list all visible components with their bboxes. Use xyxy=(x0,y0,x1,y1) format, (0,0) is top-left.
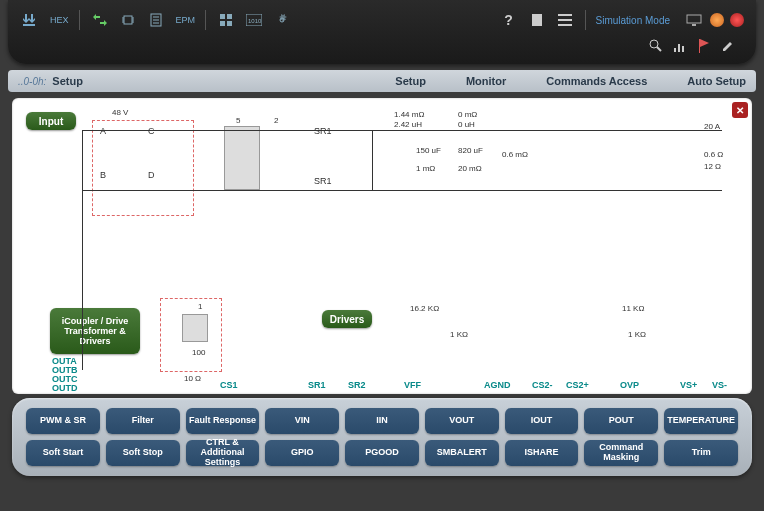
btn-vout[interactable]: VOUT xyxy=(425,408,499,434)
tab-setup[interactable]: Setup xyxy=(395,75,426,87)
btn-pout[interactable]: POUT xyxy=(584,408,658,434)
btn-trim[interactable]: Trim xyxy=(664,440,738,466)
bridge-box xyxy=(92,120,194,216)
hex-label: HEX xyxy=(50,15,69,25)
transformer xyxy=(224,126,260,190)
rload2-value: 12 Ω xyxy=(704,162,721,171)
top-toolbar: HEX EPM 1010 ? Simulation Mode xyxy=(8,0,756,64)
btn-vin[interactable]: VIN xyxy=(265,408,339,434)
flag-icon[interactable] xyxy=(696,38,712,54)
btn-iin[interactable]: IIN xyxy=(345,408,419,434)
btn-smbalert[interactable]: SMBALERT xyxy=(425,440,499,466)
edit-icon[interactable] xyxy=(720,38,736,54)
tab-bar: ..0-0h:Setup Setup Monitor Commands Acce… xyxy=(8,70,756,92)
rload1-value: 0.6 Ω xyxy=(704,150,723,159)
drivers-block[interactable]: Drivers xyxy=(322,310,372,328)
r1-value: 1.44 mΩ xyxy=(394,110,424,119)
status-err-icon xyxy=(730,13,744,27)
btn-gpio[interactable]: GPIO xyxy=(265,440,339,466)
btn-softstop[interactable]: Soft Stop xyxy=(106,440,180,466)
svg-text:1010: 1010 xyxy=(248,18,262,24)
download-icon[interactable] xyxy=(20,10,40,30)
tab-monitor[interactable]: Monitor xyxy=(466,75,506,87)
pin-sr2: SR2 xyxy=(348,380,366,390)
ct-turns: 1 xyxy=(198,302,202,311)
btn-softstart[interactable]: Soft Start xyxy=(26,440,100,466)
pin-agnd: AGND xyxy=(484,380,511,390)
btn-cmdmask[interactable]: Command Masking xyxy=(584,440,658,466)
turns-secondary: 2 xyxy=(274,116,278,125)
pin-sr1: SR1 xyxy=(308,380,326,390)
pin-cs2m: CS2- xyxy=(532,380,553,390)
epm-label: EPM xyxy=(176,15,196,25)
transfer-icon[interactable] xyxy=(90,10,110,30)
rvff2-value: 1 KΩ xyxy=(450,330,468,339)
btn-pgood[interactable]: PGOOD xyxy=(345,440,419,466)
ct-transformer xyxy=(182,314,208,342)
tab-commands[interactable]: Commands Access xyxy=(546,75,647,87)
btn-ctrl[interactable]: CTRL & Additional Settings xyxy=(186,440,260,466)
c2-value: 820 uF xyxy=(458,146,483,155)
search-icon[interactable] xyxy=(648,38,664,54)
svg-rect-5 xyxy=(220,21,225,26)
ct-ohm: 10 Ω xyxy=(184,374,201,383)
svg-rect-3 xyxy=(220,14,225,19)
l1-value: 2.42 uH xyxy=(394,120,422,129)
list-icon[interactable] xyxy=(555,10,575,30)
btn-filter[interactable]: Filter xyxy=(106,408,180,434)
turns-primary: 5 xyxy=(236,116,240,125)
sr2-label: SR1 xyxy=(314,176,332,186)
config-button-panel: PWM & SR Filter Fault Response VIN IIN V… xyxy=(12,398,752,476)
c1-value: 150 uF xyxy=(416,146,441,155)
breadcrumb: ..0-0h:Setup xyxy=(18,75,83,87)
svg-rect-10 xyxy=(532,14,542,26)
sr1-label: SR1 xyxy=(314,126,332,136)
svg-rect-11 xyxy=(687,15,701,23)
gear-icon[interactable] xyxy=(272,10,292,30)
svg-rect-4 xyxy=(227,14,232,19)
pin-vff: VFF xyxy=(404,380,421,390)
chart-icon[interactable] xyxy=(672,38,688,54)
svg-rect-1 xyxy=(124,16,132,24)
btn-temp[interactable]: TEMPERATURE xyxy=(664,408,738,434)
rovp2-value: 1 KΩ xyxy=(628,330,646,339)
rc1-value: 1 mΩ xyxy=(416,164,435,173)
pin-vsp: VS+ xyxy=(680,380,697,390)
page-icon[interactable] xyxy=(527,10,547,30)
help-icon[interactable]: ? xyxy=(499,10,519,30)
supply-value: 48 V xyxy=(112,108,128,117)
doc-icon[interactable] xyxy=(146,10,166,30)
coupler-block[interactable]: iCoupler / Drive Transformer & Drivers xyxy=(50,308,140,354)
binary-icon[interactable]: 1010 xyxy=(244,10,264,30)
schematic-canvas: ✕ Input Drivers iCoupler / Drive Transfo… xyxy=(12,98,752,394)
btn-iout[interactable]: IOUT xyxy=(505,408,579,434)
rc2-value: 20 mΩ xyxy=(458,164,482,173)
pin-cs2p: CS2+ xyxy=(566,380,589,390)
ct-val: 100 xyxy=(192,348,205,357)
input-block[interactable]: Input xyxy=(26,112,76,130)
svg-point-13 xyxy=(650,40,658,48)
pin-ovp: OVP xyxy=(620,380,639,390)
r2-value: 0 mΩ xyxy=(458,110,477,119)
grid-icon[interactable] xyxy=(216,10,236,30)
monitor-icon[interactable] xyxy=(684,10,704,30)
rvff-value: 16.2 KΩ xyxy=(410,304,439,313)
pin-cs1: CS1 xyxy=(220,380,238,390)
svg-rect-12 xyxy=(692,24,696,26)
close-icon[interactable]: ✕ xyxy=(732,102,748,118)
svg-rect-6 xyxy=(227,21,232,26)
r3-value: 0.6 mΩ xyxy=(502,150,528,159)
svg-rect-0 xyxy=(23,24,35,26)
pin-vsm: VS- xyxy=(712,380,727,390)
rovp-value: 11 KΩ xyxy=(622,304,644,313)
btn-pwm-sr[interactable]: PWM & SR xyxy=(26,408,100,434)
tab-autosetup[interactable]: Auto Setup xyxy=(687,75,746,87)
btn-fault[interactable]: Fault Response xyxy=(186,408,260,434)
l2-value: 0 uH xyxy=(458,120,475,129)
sim-mode-label: Simulation Mode xyxy=(596,15,670,26)
btn-ishare[interactable]: ISHARE xyxy=(505,440,579,466)
status-warn-icon xyxy=(710,13,724,27)
chip-icon[interactable] xyxy=(118,10,138,30)
out-d: OUTD xyxy=(52,383,78,393)
